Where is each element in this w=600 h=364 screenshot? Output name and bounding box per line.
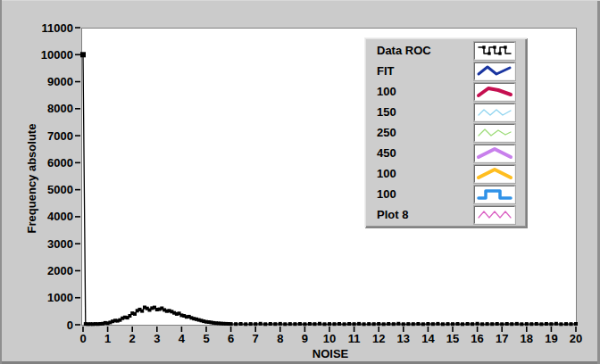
svg-text:4: 4 <box>179 332 186 345</box>
legend-item-label: 100 <box>377 85 474 98</box>
svg-text:1: 1 <box>104 332 111 345</box>
svg-text:5000: 5000 <box>47 183 73 196</box>
svg-text:1000: 1000 <box>47 291 73 304</box>
legend-item-label: 250 <box>377 126 474 139</box>
svg-text:11000: 11000 <box>42 21 73 35</box>
svg-text:17: 17 <box>496 332 508 345</box>
svg-text:2: 2 <box>129 332 136 345</box>
svg-text:0: 0 <box>79 332 86 345</box>
legend-item-fit[interactable]: FIT <box>364 61 527 81</box>
svg-text:19: 19 <box>545 332 557 345</box>
legend-item-label: Plot 8 <box>377 208 474 221</box>
legend-item-plot-8[interactable]: Plot 8 <box>364 204 527 225</box>
legend-item-450[interactable]: 450 <box>364 143 527 163</box>
legend-item-data-roc[interactable]: Data ROC <box>364 40 527 61</box>
svg-text:11: 11 <box>348 332 361 345</box>
svg-text:6: 6 <box>228 332 234 345</box>
legend-item-label: 150 <box>377 105 474 119</box>
svg-text:15: 15 <box>446 332 459 345</box>
legend-line-style-icon[interactable] <box>474 186 515 203</box>
svg-text:6000: 6000 <box>47 156 73 170</box>
legend-line-style-icon[interactable] <box>474 62 515 80</box>
y-axis-label: Frequency absolute <box>25 124 38 234</box>
svg-text:9000: 9000 <box>47 75 73 88</box>
legend-item-label: FIT <box>377 64 474 78</box>
svg-text:7000: 7000 <box>47 129 73 143</box>
legend-item-label: 450 <box>377 146 474 160</box>
svg-text:20: 20 <box>570 332 582 345</box>
svg-text:4000: 4000 <box>47 210 73 223</box>
legend-line-style-icon[interactable] <box>474 124 515 142</box>
legend-item-label: 100 <box>377 167 474 180</box>
svg-text:14: 14 <box>421 332 435 345</box>
legend-item-150[interactable]: 150 <box>364 102 527 122</box>
chart-panel: 0100020003000400050006000700080009000100… <box>0 0 600 364</box>
svg-text:3000: 3000 <box>47 237 73 251</box>
svg-text:3: 3 <box>154 332 160 345</box>
legend-line-style-icon[interactable] <box>474 103 515 121</box>
legend-item-label: 100 <box>377 187 474 201</box>
svg-text:5: 5 <box>203 332 209 345</box>
svg-text:8: 8 <box>277 332 283 345</box>
x-axis-label: NOISE <box>312 347 348 360</box>
legend-item-label: Data ROC <box>377 44 474 57</box>
svg-text:10000: 10000 <box>41 48 73 62</box>
svg-text:13: 13 <box>397 332 410 345</box>
legend-item-100[interactable]: 100 <box>364 81 527 102</box>
legend-item-100[interactable]: 100 <box>364 184 527 204</box>
svg-text:2000: 2000 <box>47 264 73 277</box>
svg-text:18: 18 <box>521 332 533 345</box>
svg-text:0: 0 <box>67 318 73 332</box>
legend-line-style-icon[interactable] <box>474 42 515 60</box>
legend-item-100[interactable]: 100 <box>364 163 527 184</box>
svg-text:10: 10 <box>323 332 336 345</box>
legend-line-style-icon[interactable] <box>474 165 515 183</box>
svg-text:12: 12 <box>372 332 385 345</box>
svg-text:9: 9 <box>302 332 308 345</box>
svg-text:8000: 8000 <box>47 102 73 115</box>
legend-item-250[interactable]: 250 <box>364 122 527 143</box>
svg-text:16: 16 <box>471 332 483 345</box>
legend-line-style-icon[interactable] <box>474 83 515 101</box>
svg-text:7: 7 <box>253 332 259 345</box>
legend-line-style-icon[interactable] <box>474 206 515 224</box>
plot-legend: Data ROCFIT100150250450100100Plot 8 <box>364 37 527 228</box>
legend-line-style-icon[interactable] <box>474 145 515 162</box>
